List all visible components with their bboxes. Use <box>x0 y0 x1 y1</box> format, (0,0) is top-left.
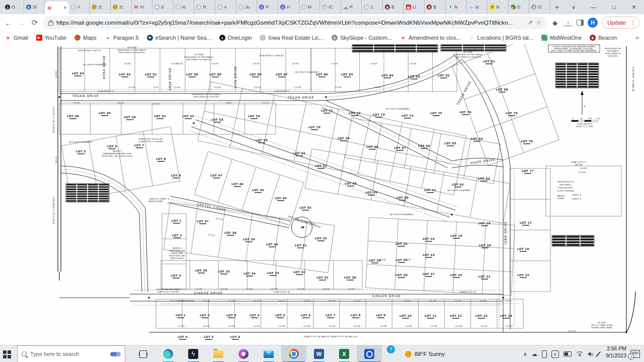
bookmark-item[interactable]: MidWestOne <box>541 35 582 41</box>
address-bar[interactable]: https://mail.google.com/mail/u/0/?zx=xg2… <box>43 16 546 29</box>
chrome-app[interactable] <box>281 345 306 362</box>
browser-tab[interactable]: d <box>152 0 174 14</box>
browser-tab[interactable]: A <box>69 0 90 14</box>
browser-tab[interactable]: SD <box>529 0 550 14</box>
favicon <box>196 5 201 10</box>
browser-tab[interactable]: CP <box>257 0 278 14</box>
bookmark-item[interactable]: iIowa Real Estate Lic... <box>260 35 323 41</box>
lot-label: LOT 80 <box>496 88 508 91</box>
bookmark-item[interactable]: BBeacon <box>590 35 617 41</box>
volume-icon[interactable]: )) <box>588 352 593 356</box>
annotation: FOR STREET & UTILITIES <box>193 96 219 98</box>
browser-tab[interactable]: D <box>509 0 530 14</box>
phone-icon[interactable] <box>542 350 547 358</box>
browser-tab[interactable]: 1O <box>3 0 24 14</box>
weather-text: 88°F Sunny <box>415 351 445 357</box>
url-text[interactable]: https://mail.google.com/mail/u/0/?zx=xg2… <box>56 20 525 26</box>
attachment-preview[interactable]: UTILITY SYSTEMS FOR SANITARY SEWER,WATER… <box>0 44 644 345</box>
bookmark-label: Paragon 5 <box>113 35 139 41</box>
active-tab-gmail[interactable]: M✕ <box>45 2 68 14</box>
browser-tab[interactable]: CH <box>278 0 299 14</box>
favicon <box>511 5 516 10</box>
bookmark-label: Iowa Real Estate Lic... <box>268 35 323 41</box>
forward-button[interactable]: → <box>17 19 26 27</box>
street-label: TEGAN DRIVE <box>71 94 99 98</box>
bookmark-item[interactable]: SSkySlope - Custom... <box>332 35 392 41</box>
edge-app[interactable] <box>155 345 181 362</box>
taskbar-clock[interactable]: 3:56 PM 9/1/2023 <box>602 345 630 362</box>
browser-tab[interactable]: M <box>299 0 320 14</box>
minimize-button[interactable]: — <box>584 0 604 14</box>
browser-tab[interactable]: ☁P. <box>341 0 362 14</box>
camera-app[interactable] <box>357 345 382 362</box>
bookmark-item[interactable]: Maps <box>74 35 97 41</box>
taskbar-search[interactable]: Type here to search <box>17 345 125 362</box>
share-icon[interactable]: ↗ <box>528 19 533 26</box>
browser-tab[interactable]: BB <box>383 0 404 14</box>
bookmark-star-icon[interactable]: ☆ <box>536 19 541 26</box>
e-app-icon[interactable]: e <box>551 350 559 358</box>
dimension: 125.00' <box>303 300 311 302</box>
browser-tab[interactable]: SSl <box>24 0 45 14</box>
lot-label: LOT 4 <box>178 335 188 338</box>
downloads-icon[interactable]: ↓ <box>564 20 573 26</box>
dimension: 115.00' <box>335 86 342 88</box>
dimension: 115.00' <box>228 325 235 327</box>
onedrive-icon[interactable]: ☁ <box>532 351 537 357</box>
dimension: 125.00' <box>354 300 361 302</box>
wifi-icon[interactable] <box>576 351 583 356</box>
bookmark-item[interactable]: 1OneLogin <box>219 35 252 41</box>
excel-app[interactable]: X <box>332 345 357 362</box>
extensions-icon[interactable]: ◆ <box>550 19 559 27</box>
browser-tab[interactable]: z( <box>111 0 132 14</box>
side-panel-icon[interactable] <box>577 20 584 26</box>
back-button[interactable]: ← <box>4 19 13 27</box>
browser-tab[interactable]: aiC <box>320 0 341 14</box>
tab-search-icon[interactable]: ∨ <box>564 0 584 14</box>
reload-button[interactable]: ⟳ <box>30 18 39 27</box>
mail-app[interactable] <box>256 345 281 362</box>
bookmark-item[interactable]: ▶YouTube <box>36 35 66 41</box>
tray-expand-icon[interactable]: ∧ <box>523 351 527 357</box>
lot-label: LOT 39 <box>243 238 255 241</box>
bookmark-item[interactable]: ≋eSearch | Name Sea... <box>147 35 211 41</box>
office-app[interactable] <box>231 345 256 362</box>
dimension: 125.00' <box>211 62 219 65</box>
lot-label: LOT 58 <box>345 182 357 185</box>
file-explorer-app[interactable] <box>206 345 231 362</box>
tab-close-icon[interactable]: ✕ <box>63 6 67 10</box>
profile-avatar[interactable]: H <box>588 18 598 28</box>
battery-icon[interactable] <box>564 351 572 356</box>
start-button[interactable] <box>0 345 17 362</box>
browser-tab[interactable]: z( <box>90 0 111 14</box>
browser-tab[interactable]: Io <box>174 0 195 14</box>
browser-tab[interactable]: A <box>215 0 236 14</box>
browser-tab[interactable]: 1: <box>362 0 383 14</box>
bookmarks-overflow-icon[interactable]: » <box>635 34 639 41</box>
close-button[interactable]: ✕ <box>624 0 644 14</box>
bookmark-item[interactable]: ☁Paragon 5 <box>105 35 139 41</box>
bookmark-item[interactable]: MGmail <box>5 35 28 41</box>
browser-tab[interactable]: ▤Li <box>404 0 425 14</box>
maximize-button[interactable]: □ <box>604 0 624 14</box>
task-view-button[interactable] <box>130 345 155 362</box>
browser-tab[interactable]: ↗N <box>488 0 509 14</box>
update-button[interactable]: Update ⋮ <box>602 17 640 29</box>
new-tab-button[interactable]: + <box>550 0 564 14</box>
help-bubble-icon[interactable]: ? <box>387 345 395 353</box>
pen-icon[interactable] <box>596 351 601 356</box>
browser-tab[interactable]: R <box>194 0 215 14</box>
bookmark-item[interactable]: MAmendment to clos... <box>400 35 460 41</box>
lock-icon <box>48 22 53 26</box>
weather-widget[interactable]: 88°F Sunny <box>400 345 450 362</box>
browser-tab[interactable]: MIn <box>132 0 153 14</box>
browser-tab[interactable]: ↟N <box>446 0 467 14</box>
skyslope-app[interactable]: ϟ <box>181 345 206 362</box>
notification-center[interactable]: 1 <box>630 345 644 362</box>
word-app[interactable]: W <box>306 345 332 362</box>
browser-tab[interactable]: BB <box>425 0 446 14</box>
browser-tab[interactable]: Ju <box>236 0 258 14</box>
bookmark-item[interactable]: ⁚⁚Locations | BGRS tal... <box>469 35 533 41</box>
browser-menu-icon[interactable]: ⋮ <box>629 20 637 26</box>
browser-tab[interactable]: Gst <box>467 0 488 14</box>
